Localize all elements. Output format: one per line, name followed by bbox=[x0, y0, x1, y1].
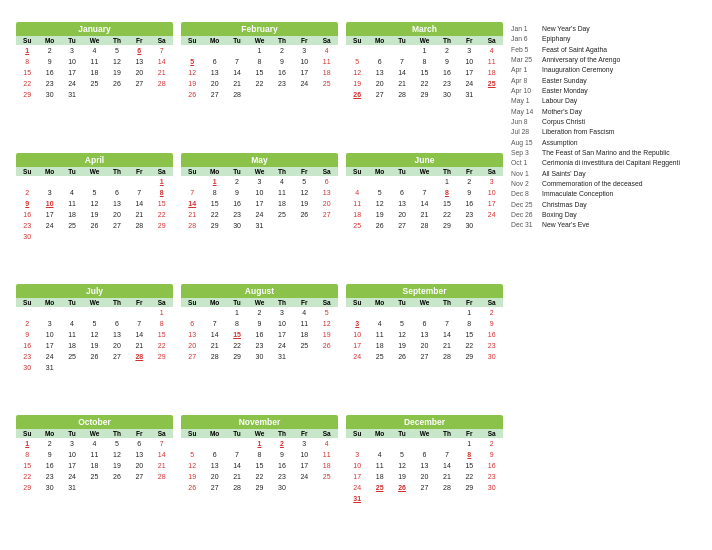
day-header: Mo bbox=[203, 298, 225, 307]
day-cell: 3 bbox=[346, 318, 368, 329]
day-cell: 18 bbox=[83, 67, 105, 78]
day-header: Mo bbox=[368, 36, 390, 45]
day-cell bbox=[128, 482, 150, 493]
day-header: Fr bbox=[128, 167, 150, 176]
day-cell bbox=[151, 482, 173, 493]
day-cell: 7 bbox=[226, 449, 248, 460]
day-cell: 9 bbox=[38, 449, 60, 460]
day-header: Th bbox=[436, 36, 458, 45]
day-header: We bbox=[83, 167, 105, 176]
day-cell: 27 bbox=[413, 482, 435, 493]
day-cell: 7 bbox=[128, 187, 150, 198]
day-cell: 4 bbox=[83, 45, 105, 56]
day-cell bbox=[248, 89, 270, 100]
day-cell: 17 bbox=[481, 198, 503, 209]
day-header: Sa bbox=[316, 429, 338, 438]
holiday-name: Immaculate Conception bbox=[542, 190, 613, 199]
day-cell: 21 bbox=[128, 209, 150, 220]
day-header: Su bbox=[181, 429, 203, 438]
day-cell: 24 bbox=[293, 471, 315, 482]
holiday-date: Apr 1 bbox=[511, 66, 539, 75]
holiday-date: Dec 8 bbox=[511, 190, 539, 199]
day-cell: 26 bbox=[181, 482, 203, 493]
day-cell: 7 bbox=[436, 318, 458, 329]
day-cell: 7 bbox=[181, 187, 203, 198]
holiday-entry: Dec 31New Year's Eve bbox=[511, 221, 696, 230]
day-cell bbox=[436, 493, 458, 504]
day-cell: 18 bbox=[481, 67, 503, 78]
day-cell bbox=[181, 438, 203, 449]
day-cell: 14 bbox=[151, 449, 173, 460]
month-block-april: AprilSuMoTuWeThFrSa123456789101112131415… bbox=[16, 153, 173, 278]
day-cell bbox=[316, 351, 338, 362]
day-cell: 27 bbox=[128, 78, 150, 89]
day-header: Fr bbox=[128, 429, 150, 438]
day-header: We bbox=[248, 167, 270, 176]
day-cell: 23 bbox=[271, 78, 293, 89]
day-cell: 29 bbox=[226, 351, 248, 362]
day-cell: 31 bbox=[458, 89, 480, 100]
day-cell: 22 bbox=[226, 340, 248, 351]
day-cell bbox=[368, 45, 390, 56]
day-cell: 3 bbox=[293, 45, 315, 56]
holiday-date: Apr 10 bbox=[511, 87, 539, 96]
day-header: Tu bbox=[391, 167, 413, 176]
day-cell bbox=[316, 89, 338, 100]
day-header: Tu bbox=[61, 167, 83, 176]
day-cell: 24 bbox=[248, 209, 270, 220]
day-cell: 23 bbox=[271, 471, 293, 482]
day-header: Sa bbox=[151, 167, 173, 176]
month-title: January bbox=[16, 22, 173, 36]
day-cell: 31 bbox=[61, 482, 83, 493]
month-title: June bbox=[346, 153, 503, 167]
holiday-name: All Saints' Day bbox=[542, 170, 586, 179]
day-cell: 18 bbox=[368, 340, 390, 351]
day-header: Th bbox=[106, 36, 128, 45]
holiday-date: Nov 1 bbox=[511, 170, 539, 179]
month-title: March bbox=[346, 22, 503, 36]
day-header: Th bbox=[436, 298, 458, 307]
holiday-entry: Mar 25Anniversary of the Arengo bbox=[511, 56, 696, 65]
day-cell: 2 bbox=[436, 45, 458, 56]
day-cell: 17 bbox=[293, 460, 315, 471]
month-table: SuMoTuWeThFrSa12345678910111213141516171… bbox=[181, 36, 338, 100]
day-cell: 31 bbox=[61, 89, 83, 100]
day-cell: 26 bbox=[181, 89, 203, 100]
day-cell: 26 bbox=[106, 471, 128, 482]
day-cell: 10 bbox=[293, 56, 315, 67]
day-cell bbox=[151, 231, 173, 242]
day-header: We bbox=[413, 298, 435, 307]
day-cell: 11 bbox=[83, 449, 105, 460]
day-cell: 13 bbox=[106, 198, 128, 209]
day-cell: 22 bbox=[413, 78, 435, 89]
day-cell: 31 bbox=[248, 220, 270, 231]
day-cell: 8 bbox=[458, 449, 480, 460]
day-header: Tu bbox=[391, 298, 413, 307]
day-header: Sa bbox=[151, 429, 173, 438]
day-cell: 30 bbox=[271, 482, 293, 493]
day-header: Th bbox=[271, 298, 293, 307]
day-header: We bbox=[83, 298, 105, 307]
day-cell: 7 bbox=[203, 318, 225, 329]
month-table: SuMoTuWeThFrSa12345678910111213141516171… bbox=[346, 167, 503, 231]
day-cell bbox=[151, 89, 173, 100]
day-cell: 1 bbox=[151, 307, 173, 318]
day-cell: 11 bbox=[83, 56, 105, 67]
day-cell: 24 bbox=[458, 78, 480, 89]
month-title: September bbox=[346, 284, 503, 298]
day-cell: 19 bbox=[181, 78, 203, 89]
day-cell bbox=[61, 362, 83, 373]
day-cell: 12 bbox=[83, 198, 105, 209]
day-cell: 5 bbox=[83, 187, 105, 198]
day-cell: 8 bbox=[16, 56, 38, 67]
day-cell: 6 bbox=[203, 56, 225, 67]
day-header: We bbox=[83, 429, 105, 438]
day-cell: 17 bbox=[346, 340, 368, 351]
day-cell: 11 bbox=[481, 56, 503, 67]
day-cell bbox=[346, 307, 368, 318]
day-cell: 13 bbox=[316, 187, 338, 198]
day-cell: 10 bbox=[248, 187, 270, 198]
day-cell: 27 bbox=[203, 89, 225, 100]
day-cell: 13 bbox=[106, 329, 128, 340]
day-cell: 13 bbox=[181, 329, 203, 340]
